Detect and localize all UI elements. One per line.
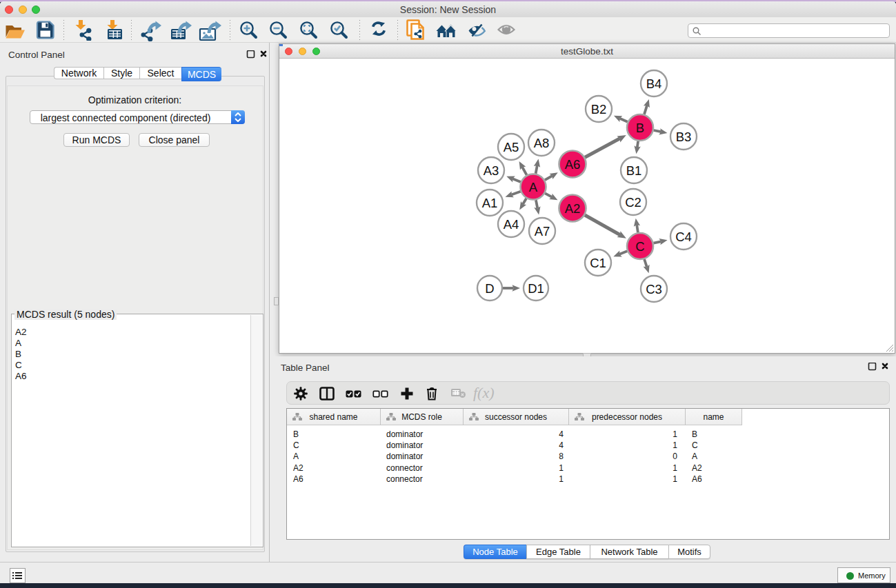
svg-text:A: A [529, 180, 538, 194]
svg-text:A6: A6 [565, 157, 581, 172]
svg-text:B: B [636, 121, 644, 135]
svg-text:B4: B4 [646, 77, 662, 91]
svg-text:B1: B1 [626, 163, 642, 178]
svg-text:A4: A4 [504, 217, 519, 232]
svg-text:A1: A1 [482, 196, 498, 210]
svg-text:C: C [635, 239, 644, 254]
svg-text:C3: C3 [646, 282, 662, 296]
svg-text:A2: A2 [565, 201, 581, 216]
svg-text:D1: D1 [528, 281, 544, 296]
svg-text:C1: C1 [590, 256, 606, 270]
svg-text:A8: A8 [534, 136, 550, 150]
svg-text:B3: B3 [676, 130, 692, 144]
svg-text:B2: B2 [591, 102, 607, 116]
svg-text:D: D [485, 281, 494, 296]
svg-text:C2: C2 [625, 195, 641, 210]
svg-text:A7: A7 [535, 224, 550, 239]
svg-text:A5: A5 [504, 140, 519, 154]
svg-text:C4: C4 [675, 230, 692, 244]
svg-text:A3: A3 [484, 163, 499, 178]
